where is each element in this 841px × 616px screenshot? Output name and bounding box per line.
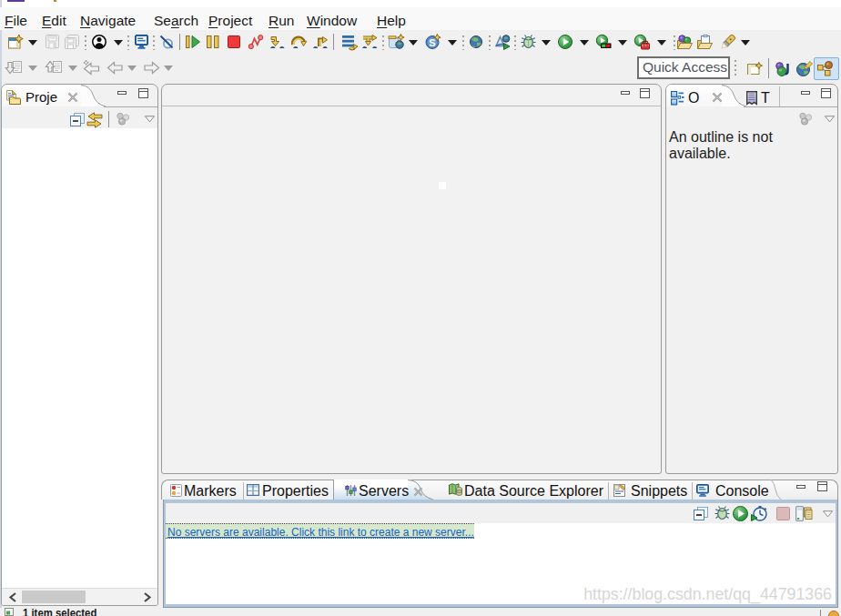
svg-text:S: S [429,37,435,48]
